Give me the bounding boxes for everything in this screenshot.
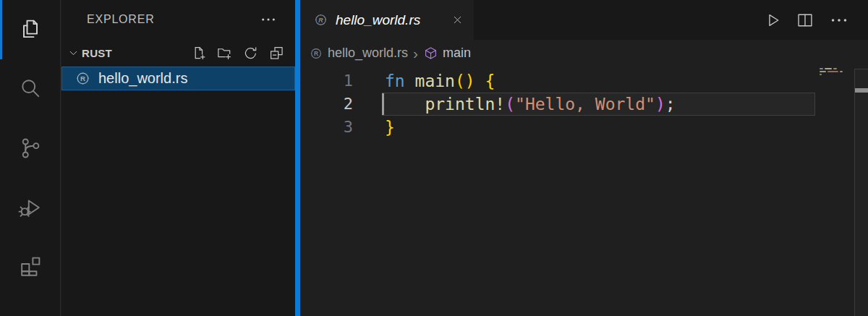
breadcrumb-item-file[interactable]: R hello_world.rs: [309, 46, 408, 61]
token: }: [385, 118, 395, 137]
debug-icon: [17, 195, 43, 221]
svg-text:R: R: [314, 50, 318, 57]
new-file-button[interactable]: [190, 45, 207, 61]
more-actions-button[interactable]: [828, 9, 850, 31]
new-folder-button[interactable]: [216, 45, 233, 61]
minimap-segment: [820, 71, 826, 72]
rust-file-icon: R: [313, 12, 328, 27]
svg-text:R: R: [318, 17, 323, 24]
run-button[interactable]: [763, 11, 782, 30]
editor-group: R hello_world.rs R hello_world.rs › main…: [300, 0, 868, 316]
activity-item-run-and-debug[interactable]: [0, 178, 61, 237]
section-title: RUST: [82, 47, 112, 59]
refresh-explorer-button[interactable]: [242, 45, 259, 61]
file-item-hello-world-rs[interactable]: R hello_world.rs: [61, 67, 295, 90]
breadcrumb-separator: ›: [413, 46, 418, 61]
token: {: [485, 72, 495, 90]
token: [405, 72, 415, 90]
chevron-down-icon: [67, 47, 80, 59]
token: fn: [385, 72, 405, 90]
minimap-line: [820, 71, 854, 72]
files-icon: [17, 17, 43, 43]
breadcrumb: R hello_world.rs › main: [300, 40, 868, 67]
new-folder-icon: [216, 45, 233, 61]
token: (: [505, 95, 515, 114]
minimap-line: [820, 68, 854, 69]
tab-hello-world-rs[interactable]: R hello_world.rs: [300, 0, 474, 40]
minimap-line: [820, 74, 854, 75]
sidebar-header: EXPLORER: [61, 0, 295, 39]
activity-item-explorer[interactable]: [0, 0, 61, 59]
text-cursor: [382, 93, 384, 115]
rust-file-icon: R: [75, 70, 91, 87]
close-icon[interactable]: [451, 14, 464, 26]
token: [385, 95, 425, 114]
breadcrumb-item-symbol[interactable]: main: [423, 46, 471, 61]
breadcrumb-file-label: hello_world.rs: [328, 46, 408, 61]
source-control-icon: [17, 135, 43, 161]
code-line-1: fn main() {: [382, 69, 815, 93]
token: ): [655, 95, 665, 114]
activity-bar: [0, 0, 61, 316]
minimap[interactable]: [820, 68, 854, 77]
activity-item-extensions[interactable]: [0, 237, 61, 296]
line-number-gutter: 123: [300, 69, 353, 139]
ellipsis-icon: [828, 9, 850, 31]
file-name: hello_world.rs: [98, 70, 187, 87]
explorer-sidebar: EXPLORER RUST R hello_world.rs: [61, 0, 295, 316]
minimap-segment: [820, 74, 822, 75]
minimap-segment: [840, 71, 843, 72]
token: main: [415, 72, 455, 90]
code-line-3: }: [382, 116, 815, 139]
refresh-icon: [242, 45, 259, 61]
section-actions: [190, 45, 285, 61]
token: (): [455, 72, 475, 90]
search-icon: [17, 76, 43, 102]
sidebar-editor-sash[interactable]: [295, 0, 300, 316]
breadcrumb-symbol-label: main: [443, 46, 471, 61]
tab-bar: R hello_world.rs: [300, 0, 868, 40]
split-editor-button[interactable]: [796, 11, 814, 30]
minimap-segment: [833, 68, 837, 69]
tab-label: hello_world.rs: [336, 12, 420, 28]
run-icon: [763, 11, 782, 30]
new-file-icon: [190, 45, 207, 61]
ellipsis-icon: [259, 10, 278, 29]
sidebar-title: EXPLORER: [87, 13, 155, 26]
symbol-module-icon: [423, 46, 438, 61]
split-editor-icon: [796, 11, 814, 30]
token: "Hello, World": [515, 95, 655, 114]
sidebar-section-rust[interactable]: RUST: [61, 39, 295, 67]
token: ;: [665, 95, 676, 114]
minimap-segment: [825, 68, 832, 69]
line-number-3: 3: [300, 116, 353, 139]
line-number-1: 1: [300, 69, 353, 93]
rust-file-icon: R: [309, 46, 323, 61]
extensions-icon: [17, 254, 43, 280]
collapse-all-icon: [268, 45, 285, 61]
code-line-2: println!("Hello, World");: [382, 93, 815, 116]
code-lines: fn main() { println!("Hello, World");}: [382, 69, 815, 139]
activity-item-search[interactable]: [0, 59, 61, 119]
svg-text:R: R: [80, 74, 85, 82]
token: [475, 72, 485, 90]
editor-actions: [763, 0, 868, 40]
overview-ruler-panel: [854, 69, 868, 316]
line-number-2: 2: [300, 93, 353, 116]
activity-item-source-control[interactable]: [0, 119, 61, 178]
explorer-more-actions-button[interactable]: [259, 10, 278, 29]
scrollbar-thumb[interactable]: [855, 88, 868, 93]
vscode-window: EXPLORER RUST R hello_world.rs R hello_w…: [0, 0, 868, 316]
code-editor[interactable]: 123 fn main() { println!("Hello, World")…: [300, 67, 868, 316]
minimap-segment: [820, 68, 823, 69]
token: println!: [425, 95, 505, 114]
collapse-folders-button[interactable]: [268, 45, 285, 61]
minimap-segment: [827, 71, 838, 72]
